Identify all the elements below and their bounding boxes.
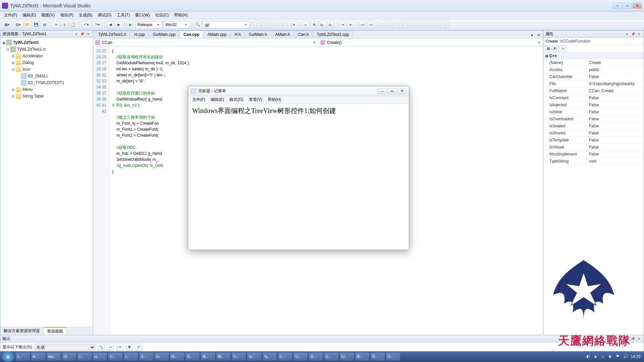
prop-row[interactable]: IsConstantFalse — [543, 95, 644, 102]
member-selector[interactable]: Create()▼ — [318, 39, 543, 46]
taskbar-item[interactable]: 52... — [339, 352, 354, 361]
prop-row[interactable]: MustImplementFalse — [543, 151, 644, 158]
taskbar-item[interactable]: 视... — [201, 352, 215, 361]
output-next-button[interactable]: ⇨ — [116, 344, 123, 351]
tb-y1[interactable]: ⬚ — [399, 21, 407, 28]
tray-icon[interactable]: 🔊 — [623, 354, 629, 359]
copy-button[interactable]: ⎘ — [61, 21, 68, 28]
pane-close-button[interactable]: ✕ — [86, 32, 91, 37]
prop-row[interactable]: CanOverrideFalse — [543, 73, 644, 80]
pane-close-button[interactable]: ✕ — [636, 337, 642, 341]
pane-close-button[interactable]: ✕ — [636, 32, 642, 37]
notepad-close-button[interactable]: ✕ — [397, 88, 406, 94]
pane-dropdown-button[interactable]: ▾ — [624, 337, 630, 341]
notepad-menu-item[interactable]: 文件(F) — [190, 97, 208, 103]
file-tab[interactable]: Can.h — [294, 31, 313, 38]
taskbar-item[interactable]: 网... — [216, 352, 231, 361]
taskbar-item[interactable]: Fn — [154, 352, 169, 361]
tb-y6[interactable]: ⬚ — [441, 21, 448, 28]
prop-row[interactable]: IsSealedFalse — [543, 123, 644, 130]
notepad-window[interactable]: 无标题 - 记事本 — ▭ ✕ 文件(F)编辑(E)格式(O)查看(V)帮助(H… — [188, 86, 409, 250]
comment-button[interactable]: ≡ — [302, 21, 309, 28]
pane-dropdown-button[interactable]: ▾ — [624, 32, 630, 37]
notepad-menu-item[interactable]: 格式(O) — [227, 97, 246, 103]
taskbar-item[interactable]: M... — [31, 352, 46, 361]
properties-grid[interactable]: ⊟C++ (Name)CreateAccesspublicCanOverride… — [543, 53, 644, 335]
notepad-body[interactable]: Windows界面编程之TreeView树形控件1:如何创建 — [188, 104, 409, 250]
start-button[interactable]: ⊞ — [1, 352, 15, 361]
output-source-select[interactable]: 生成 — [35, 344, 95, 351]
open-button[interactable]: 📂 — [24, 21, 32, 28]
taskbar-item[interactable]: D... — [278, 352, 292, 361]
file-tab[interactable]: H.h — [231, 31, 245, 38]
output-find-button[interactable]: 🔍 — [97, 344, 105, 351]
output-clear-button[interactable]: ✖ — [125, 344, 133, 351]
tab-menu-button[interactable]: ▾ — [530, 32, 534, 38]
file-tab[interactable]: TyWLZdTest1.cpp — [313, 31, 353, 38]
prop-row[interactable]: Filed:\1npro\tianyingzd\wai\ty — [543, 80, 644, 87]
config-select[interactable]: Release▼ — [135, 21, 162, 28]
file-tab[interactable]: Can.cpp — [180, 31, 203, 38]
taskbar-item[interactable]: 无... — [139, 352, 154, 361]
menu-item[interactable]: 调试(D) — [95, 11, 114, 19]
increase-font-button[interactable]: A↑ — [319, 21, 326, 28]
pane-pin-button[interactable]: 📌 — [79, 32, 85, 37]
prop-row[interactable]: IsInlineFalse — [543, 109, 644, 116]
prop-row[interactable]: IsVirtualFalse — [543, 144, 644, 151]
save-button[interactable]: 💾 — [33, 21, 40, 28]
save-all-button[interactable]: ▤ — [41, 21, 48, 28]
tb-y2[interactable]: ⬚ — [408, 21, 415, 28]
tray-clock[interactable]: 14:29 — [631, 354, 641, 359]
notepad-menu-item[interactable]: 编辑(E) — [208, 97, 227, 103]
nav-back-button[interactable]: ◀ — [107, 21, 114, 28]
taskbar-item[interactable]: Ty... — [293, 352, 308, 361]
menu-item[interactable]: 工具(T) — [114, 11, 132, 19]
pane-dropdown-button[interactable]: ▾ — [73, 32, 79, 37]
menu-item[interactable]: 编辑(E) — [20, 11, 39, 19]
menu-item[interactable]: 社区(C) — [153, 11, 172, 19]
new-project-button[interactable]: ▦▾ — [2, 21, 12, 28]
nav-fwd-button[interactable]: ▶ — [115, 21, 122, 28]
taskbar-item[interactable]: 落... — [355, 352, 370, 361]
resource-tree[interactable]: ▣TyWLZdTest1 ⊟TyWLZdTest1.rc ⊞Accelerato… — [0, 38, 93, 327]
file-tab[interactable]: GuiMain.cpp — [149, 31, 179, 38]
prop-cat-button[interactable]: ▤ — [545, 46, 551, 52]
start-debug-button[interactable]: ▶ — [127, 21, 134, 28]
notepad-menu-item[interactable]: 帮助(H) — [265, 97, 284, 103]
prop-row[interactable]: IsOverloadedFalse — [543, 116, 644, 123]
menu-item[interactable]: 生成(B) — [76, 11, 95, 19]
tb-a[interactable]: ⬚ — [254, 21, 261, 28]
tb-y4[interactable]: ⬚ — [424, 21, 432, 28]
tb-e[interactable]: ⬚▾ — [287, 21, 298, 28]
tab-close-button[interactable]: ✕ — [536, 32, 542, 38]
prop-row[interactable]: FullNameCCan::Create — [543, 87, 644, 95]
taskbar-item[interactable]: 1... — [15, 352, 30, 361]
notepad-titlebar[interactable]: 无标题 - 记事本 — ▭ ✕ — [188, 86, 409, 96]
taskbar-item[interactable]: 日... — [231, 352, 246, 361]
notepad-menu-item[interactable]: 查看(V) — [246, 97, 265, 103]
tray-icon[interactable]: ◐ — [586, 354, 592, 359]
minimize-button[interactable]: — — [612, 3, 622, 9]
tb-d[interactable]: ⬚ — [279, 21, 286, 28]
tab-solution-explorer[interactable]: 解决方案资源管理器 — [0, 327, 44, 335]
tb-c[interactable]: ⬚ — [271, 21, 278, 28]
outdent-button[interactable]: ⇤ — [347, 21, 355, 28]
taskbar-item[interactable]: Ta... — [262, 352, 277, 361]
menu-item[interactable]: 项目(P) — [57, 11, 76, 19]
close-button[interactable]: ✕ — [633, 3, 642, 9]
add-item-button[interactable]: ▥▾ — [13, 21, 23, 28]
find-combo[interactable]: gp▼ — [203, 21, 250, 28]
taskbar-item[interactable]: Ty... — [247, 352, 262, 361]
tray-icon[interactable]: ♫ — [601, 354, 606, 359]
output-prev-button[interactable]: ⇦ — [107, 344, 114, 351]
prop-row[interactable]: (Name)Create — [543, 59, 644, 66]
taskbar-item[interactable]: 26 — [62, 352, 76, 361]
prop-row[interactable]: Accesspublic — [543, 66, 644, 73]
notepad-min-button[interactable]: — — [378, 88, 387, 94]
maximize-button[interactable]: ▭ — [623, 3, 632, 9]
prop-row[interactable]: IsTemplateFalse — [543, 137, 644, 144]
notepad-max-button[interactable]: ▭ — [388, 88, 396, 94]
menu-item[interactable]: 窗口(W) — [132, 11, 152, 19]
uncomment-button[interactable]: ≢ — [310, 21, 318, 28]
tb-b[interactable]: ⬚ — [262, 21, 270, 28]
